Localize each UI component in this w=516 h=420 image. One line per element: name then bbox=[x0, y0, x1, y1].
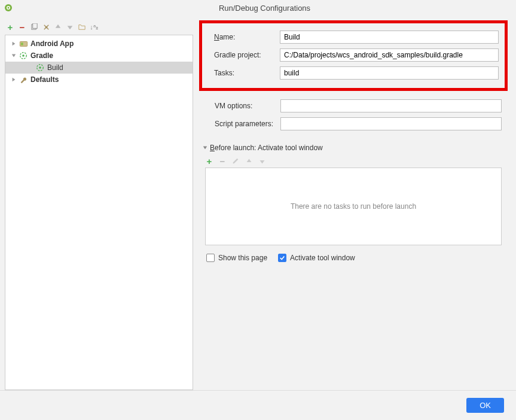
add-config-icon[interactable]: + bbox=[6, 23, 14, 31]
remove-config-icon[interactable]: − bbox=[18, 23, 26, 31]
tree-label: Gradle bbox=[30, 51, 53, 60]
bl-edit-icon[interactable] bbox=[231, 157, 240, 165]
edit-defaults-icon[interactable] bbox=[42, 23, 50, 31]
name-label: Name: bbox=[214, 33, 280, 41]
copy-config-icon[interactable] bbox=[30, 23, 38, 31]
config-tree[interactable]: Android App Gradle bbox=[5, 35, 193, 390]
before-launch-label: Before launch: Activate tool window bbox=[210, 144, 323, 152]
activate-tool-window-checkbox[interactable]: Activate tool window bbox=[278, 254, 355, 262]
checkbox-empty-icon bbox=[206, 254, 215, 262]
left-pane: + − ↓ᵃ₂ bbox=[5, 20, 193, 390]
gradle-icon bbox=[19, 51, 28, 60]
chevron-right-icon[interactable] bbox=[10, 40, 17, 47]
name-input[interactable] bbox=[280, 31, 499, 44]
highlighted-region: Name: Gradle project: Tasks: bbox=[199, 20, 508, 91]
tree-label: Android App bbox=[30, 39, 74, 48]
bl-down-icon[interactable] bbox=[258, 157, 266, 165]
gradle-project-label: Gradle project: bbox=[214, 51, 280, 59]
vm-options-input[interactable] bbox=[280, 99, 502, 112]
activate-tool-label: Activate tool window bbox=[290, 254, 355, 262]
move-down-icon[interactable] bbox=[66, 23, 74, 31]
before-launch-toolbar: + − bbox=[205, 157, 508, 165]
config-toolbar: + − ↓ᵃ₂ bbox=[5, 20, 193, 35]
show-this-page-checkbox[interactable]: Show this page bbox=[206, 254, 267, 262]
tree-item-build[interactable]: Build bbox=[5, 62, 193, 74]
android-icon bbox=[19, 39, 28, 48]
empty-list-text: There are no tasks to run before launch bbox=[291, 202, 416, 211]
tree-label: Defaults bbox=[30, 75, 59, 84]
tasks-label: Tasks: bbox=[214, 69, 280, 77]
dialog-footer: OK bbox=[0, 390, 516, 420]
bl-up-icon[interactable] bbox=[245, 157, 253, 165]
move-up-icon[interactable] bbox=[54, 23, 62, 31]
bl-remove-icon[interactable]: − bbox=[218, 157, 227, 165]
titlebar: Run/Debug Configurations bbox=[0, 0, 516, 16]
checkbox-checked-icon bbox=[278, 254, 286, 262]
before-launch-header[interactable]: Before launch: Activate tool window bbox=[203, 144, 508, 152]
folder-icon[interactable] bbox=[78, 23, 86, 31]
sort-icon[interactable]: ↓ᵃ₂ bbox=[90, 23, 98, 31]
gradle-project-input[interactable] bbox=[280, 48, 499, 62]
tree-label: Build bbox=[47, 63, 63, 72]
chevron-down-icon[interactable] bbox=[10, 52, 17, 59]
ok-button[interactable]: OK bbox=[466, 398, 504, 413]
svg-point-2 bbox=[8, 7, 10, 9]
chevron-down-icon bbox=[203, 145, 207, 150]
script-params-input[interactable] bbox=[280, 117, 502, 130]
right-pane: Name: Gradle project: Tasks: VM options: bbox=[199, 20, 511, 390]
tasks-input[interactable] bbox=[280, 66, 499, 80]
tree-item-gradle[interactable]: Gradle bbox=[5, 50, 193, 62]
svg-point-11 bbox=[39, 66, 41, 69]
show-page-label: Show this page bbox=[218, 254, 267, 262]
svg-rect-4 bbox=[32, 23, 36, 28]
svg-point-5 bbox=[45, 26, 47, 28]
chevron-right-icon[interactable] bbox=[10, 76, 17, 83]
window-title: Run/Debug Configurations bbox=[17, 4, 512, 13]
gradle-icon bbox=[35, 63, 45, 72]
vm-options-label: VM options: bbox=[215, 102, 280, 110]
script-params-label: Script parameters: bbox=[215, 120, 280, 128]
svg-rect-7 bbox=[21, 42, 23, 45]
app-icon bbox=[4, 3, 13, 13]
before-launch-list[interactable]: There are no tasks to run before launch bbox=[205, 168, 502, 245]
tree-item-defaults[interactable]: Defaults bbox=[5, 74, 193, 86]
bl-add-icon[interactable]: + bbox=[205, 157, 213, 165]
tree-item-android-app[interactable]: Android App bbox=[5, 38, 193, 50]
svg-point-9 bbox=[22, 54, 25, 57]
wrench-icon bbox=[19, 75, 28, 84]
